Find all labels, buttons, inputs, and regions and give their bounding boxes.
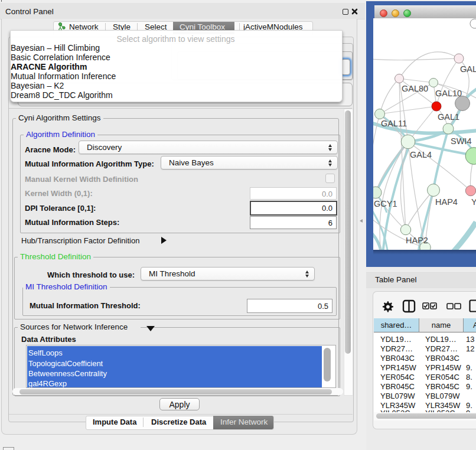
svg-text:GAL80: GAL80: [402, 84, 428, 93]
svg-text:YD: YD: [471, 197, 476, 207]
svg-text:GAL2: GAL2: [460, 64, 476, 74]
svg-text:GAL4: GAL4: [410, 150, 432, 159]
svg-text:SWI4: SWI4: [451, 136, 471, 146]
svg-text:HAP4: HAP4: [435, 197, 458, 207]
svg-text:GAL10: GAL10: [435, 89, 462, 98]
svg-text:HAP2: HAP2: [406, 236, 428, 245]
svg-text:GCY1: GCY1: [374, 199, 397, 208]
svg-text:GAL1: GAL1: [438, 112, 459, 122]
svg-text:GAL11: GAL11: [381, 119, 407, 128]
